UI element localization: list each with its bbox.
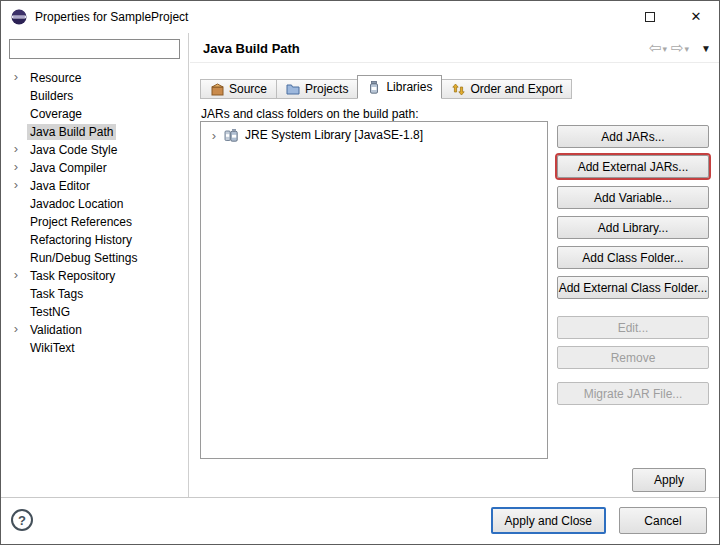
sidebar-item-resource[interactable]: ›Resource (1, 69, 187, 87)
sidebar-item-builders[interactable]: Builders (1, 87, 187, 105)
expand-chevron-icon[interactable]: › (10, 177, 22, 195)
cancel-button[interactable]: Cancel (619, 507, 707, 534)
sidebar-item-label: Coverage (27, 106, 85, 122)
expand-chevron-icon[interactable]: › (207, 128, 221, 143)
tab-label: Projects (305, 82, 348, 96)
migrate-jar-file-button: Migrate JAR File... (557, 382, 709, 405)
add-jars-button[interactable]: Add JARs... (557, 125, 709, 148)
edit-button: Edit... (557, 316, 709, 339)
window-title: Properties for SampleProject (35, 10, 188, 24)
add-library-button[interactable]: Add Library... (557, 216, 709, 239)
help-button[interactable]: ? (11, 509, 33, 531)
view-menu-icon[interactable]: ▼ (701, 43, 711, 54)
sidebar-item-refactoring-history[interactable]: Refactoring History (1, 231, 187, 249)
sidebar-item-task-tags[interactable]: Task Tags (1, 285, 187, 303)
back-history-caret-icon[interactable]: ▾ (662, 44, 667, 54)
sidebar-item-project-references[interactable]: Project References (1, 213, 187, 231)
sidebar-item-javadoc-location[interactable]: Javadoc Location (1, 195, 187, 213)
tab-label: Libraries (386, 80, 432, 94)
page-title: Java Build Path (203, 41, 300, 56)
add-class-folder-button[interactable]: Add Class Folder... (557, 246, 709, 269)
properties-dialog: Properties for SampleProject ✕ ›Resource… (0, 0, 720, 545)
sidebar-item-label: Java Build Path (27, 124, 116, 140)
tab-projects[interactable]: Projects (276, 79, 358, 99)
expand-chevron-icon[interactable]: › (10, 69, 22, 87)
sidebar-item-testng[interactable]: TestNG (1, 303, 187, 321)
sidebar-tree: ›Resource Builders Coverage Java Build P… (1, 69, 187, 497)
header-nav: ⇦ ▾ ⇨ ▾ ▼ (649, 38, 711, 58)
sidebar-item-label: Builders (27, 88, 76, 104)
list-item-label: JRE System Library [JavaSE-1.8] (245, 128, 423, 142)
list-item-jre-system-library[interactable]: › JRE System Library [JavaSE-1.8] (201, 125, 547, 145)
sidebar-item-label: Javadoc Location (27, 196, 126, 212)
action-button-column: Add JARs... Add External JARs... Add Var… (557, 125, 709, 425)
forward-arrow-icon[interactable]: ⇨ (671, 38, 684, 58)
sidebar-item-validation[interactable]: ›Validation (1, 321, 187, 339)
sidebar-item-label: Task Repository (27, 268, 118, 284)
maximize-icon (645, 12, 655, 22)
build-path-list-label: JARs and class folders on the build path… (201, 107, 418, 121)
sidebar-item-coverage[interactable]: Coverage (1, 105, 187, 123)
forward-history-caret-icon[interactable]: ▾ (685, 44, 690, 54)
expand-chevron-icon[interactable]: › (10, 267, 22, 285)
jar-icon (367, 80, 381, 94)
footer-bar: ? Apply and Close Cancel (1, 497, 719, 544)
footer-buttons: Apply and Close Cancel (491, 507, 707, 534)
sidebar-item-label: Java Code Style (27, 142, 120, 158)
close-button[interactable]: ✕ (673, 1, 719, 32)
filter-input[interactable] (9, 39, 180, 59)
sidebar-item-java-compiler[interactable]: ›Java Compiler (1, 159, 187, 177)
help-icon: ? (18, 513, 26, 528)
sidebar-item-wikitext[interactable]: WikiText (1, 339, 187, 357)
sidebar-item-run-debug-settings[interactable]: Run/Debug Settings (1, 249, 187, 267)
sidebar-item-label: Validation (27, 322, 85, 338)
expand-chevron-icon[interactable]: › (10, 159, 22, 177)
expand-chevron-icon[interactable]: › (10, 141, 22, 159)
sidebar-item-java-editor[interactable]: ›Java Editor (1, 177, 187, 195)
sidebar-item-label: Java Compiler (27, 160, 110, 176)
sidebar-item-label: Run/Debug Settings (27, 250, 140, 266)
tab-label: Order and Export (470, 82, 562, 96)
eclipse-icon (11, 9, 27, 25)
sidebar-item-java-code-style[interactable]: ›Java Code Style (1, 141, 187, 159)
sidebar-item-label: Java Editor (27, 178, 93, 194)
maximize-button[interactable] (627, 1, 673, 32)
apply-button[interactable]: Apply (632, 468, 706, 492)
close-icon: ✕ (691, 9, 702, 24)
build-path-list[interactable]: › JRE System Library [JavaSE-1.8] (200, 121, 548, 459)
tab-order-and-export[interactable]: Order and Export (441, 79, 572, 99)
titlebar: Properties for SampleProject ✕ (1, 1, 719, 33)
sidebar-item-task-repository[interactable]: ›Task Repository (1, 267, 187, 285)
window-controls: ✕ (627, 1, 719, 32)
sidebar-item-label: Project References (27, 214, 135, 230)
tab-libraries[interactable]: Libraries (357, 75, 442, 99)
main-header: Java Build Path ⇦ ▾ ⇨ ▾ ▼ (190, 33, 719, 63)
tab-label: Source (229, 82, 267, 96)
sidebar-item-label: Resource (27, 70, 84, 86)
tab-bar: Source Projects Libraries Order and Expo… (200, 75, 571, 99)
sidebar: ›Resource Builders Coverage Java Build P… (1, 33, 189, 497)
sidebar-item-label: Refactoring History (27, 232, 135, 248)
sidebar-item-label: WikiText (27, 340, 78, 356)
add-variable-button[interactable]: Add Variable... (557, 186, 709, 209)
sidebar-item-label: TestNG (27, 304, 73, 320)
apply-and-close-button[interactable]: Apply and Close (491, 507, 606, 534)
library-jars-icon (223, 128, 240, 142)
main-panel: Java Build Path ⇦ ▾ ⇨ ▾ ▼ Source Project (190, 33, 719, 497)
sort-arrows-icon (451, 82, 465, 96)
package-icon (210, 82, 224, 96)
remove-button: Remove (557, 346, 709, 369)
add-external-jars-button[interactable]: Add External JARs... (557, 155, 709, 178)
sidebar-item-label: Task Tags (27, 286, 86, 302)
expand-chevron-icon[interactable]: › (10, 321, 22, 339)
folder-icon (286, 82, 300, 96)
add-external-class-folder-button[interactable]: Add External Class Folder... (557, 276, 709, 299)
back-arrow-icon[interactable]: ⇦ (649, 38, 662, 58)
tab-source[interactable]: Source (200, 79, 277, 99)
sidebar-item-java-build-path[interactable]: Java Build Path (1, 123, 187, 141)
